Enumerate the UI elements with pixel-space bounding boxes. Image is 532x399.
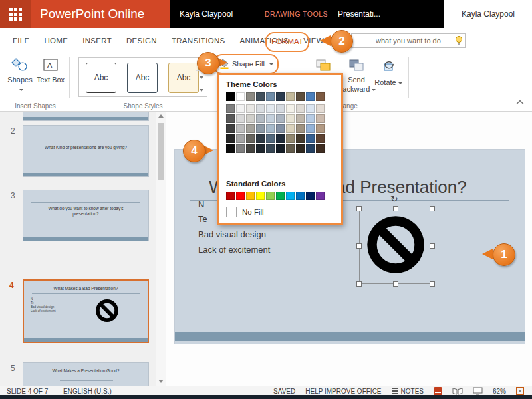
standard-color-swatch[interactable] xyxy=(256,192,265,200)
theme-color-swatch[interactable] xyxy=(246,144,255,153)
collapse-ribbon-chevron-icon[interactable] xyxy=(516,100,524,105)
theme-color-swatch[interactable] xyxy=(316,124,325,133)
theme-color-swatch[interactable] xyxy=(276,104,285,113)
send-backward-button[interactable]: Send Backward xyxy=(338,56,375,93)
theme-color-swatch[interactable] xyxy=(296,134,305,143)
thumbnail-panel-scrollbar[interactable] xyxy=(156,112,166,386)
theme-color-swatch[interactable] xyxy=(296,104,305,113)
theme-color-swatch[interactable] xyxy=(226,124,235,133)
standard-color-swatch[interactable] xyxy=(246,192,255,200)
slide-bullet[interactable]: Lack of excitement xyxy=(198,245,270,255)
theme-color-swatch[interactable] xyxy=(256,92,265,101)
theme-color-swatch[interactable] xyxy=(286,134,295,143)
slideshow-view-icon[interactable] xyxy=(473,387,483,395)
theme-color-swatch[interactable] xyxy=(256,104,265,113)
theme-color-swatch[interactable] xyxy=(256,124,265,133)
resize-handle-w[interactable] xyxy=(356,243,362,249)
standard-color-swatch[interactable] xyxy=(236,192,245,200)
theme-color-swatch[interactable] xyxy=(226,104,235,113)
theme-color-swatch[interactable] xyxy=(236,114,245,123)
scrollbar-thumb[interactable] xyxy=(158,123,164,180)
theme-color-swatch[interactable] xyxy=(226,92,235,101)
theme-color-swatch[interactable] xyxy=(286,104,295,113)
theme-color-swatch[interactable] xyxy=(226,134,235,143)
tab-format[interactable]: FORMAT xyxy=(267,37,308,45)
help-improve-office-link[interactable]: HELP IMPROVE OFFICE xyxy=(305,388,381,395)
theme-color-swatch[interactable] xyxy=(306,124,315,133)
tellme-input[interactable] xyxy=(351,33,466,48)
theme-color-swatch[interactable] xyxy=(276,124,285,133)
theme-color-swatch[interactable] xyxy=(286,114,295,123)
slide-thumbnail-1-partial[interactable] xyxy=(23,112,149,121)
app-launcher-button[interactable] xyxy=(0,0,31,28)
tab-transitions[interactable]: TRANSITIONS xyxy=(164,28,233,53)
resize-handle-s[interactable] xyxy=(393,281,398,287)
theme-color-swatch[interactable] xyxy=(226,144,235,153)
theme-color-swatch[interactable] xyxy=(266,114,275,123)
tab-insert[interactable]: INSERT xyxy=(75,28,119,53)
standard-color-swatch[interactable] xyxy=(226,192,235,200)
resize-handle-n[interactable] xyxy=(393,206,398,211)
document-title[interactable]: Presentati... xyxy=(338,9,380,19)
slide-bullet[interactable]: Bad visual design xyxy=(198,229,266,239)
theme-color-swatch[interactable] xyxy=(316,92,325,101)
theme-color-swatch[interactable] xyxy=(266,144,275,153)
theme-color-swatch[interactable] xyxy=(266,134,275,143)
theme-color-swatch[interactable] xyxy=(226,114,235,123)
theme-color-swatch[interactable] xyxy=(246,104,255,113)
shapes-button[interactable]: Shapes xyxy=(5,57,35,98)
slide-thumbnail-3[interactable]: What do you want to know after today's p… xyxy=(23,190,149,241)
slide-thumbnail-4-selected[interactable]: What Makes a Bad Presentation? N Te Bad … xyxy=(23,279,149,343)
theme-color-swatch[interactable] xyxy=(276,92,285,101)
theme-color-swatch[interactable] xyxy=(296,144,305,153)
theme-color-swatch[interactable] xyxy=(286,144,295,153)
text-box-button[interactable]: A Text Box xyxy=(36,57,65,98)
no-fill-option[interactable]: No Fill xyxy=(226,207,341,217)
theme-color-swatch[interactable] xyxy=(236,124,245,133)
scrollbar-up-button[interactable] xyxy=(156,114,166,118)
rotation-handle[interactable]: ↻ xyxy=(390,194,398,204)
tab-design[interactable]: DESIGN xyxy=(119,28,164,53)
theme-color-swatch[interactable] xyxy=(236,144,245,153)
theme-color-swatch[interactable] xyxy=(296,124,305,133)
slide-bullet[interactable]: Te xyxy=(198,214,207,224)
fit-to-window-icon[interactable] xyxy=(516,387,524,395)
theme-color-swatch[interactable] xyxy=(276,114,285,123)
no-symbol-shape[interactable] xyxy=(364,213,428,277)
theme-color-swatch[interactable] xyxy=(306,104,315,113)
theme-color-swatch[interactable] xyxy=(266,92,275,101)
standard-color-swatch[interactable] xyxy=(296,192,305,200)
theme-color-swatch[interactable] xyxy=(236,134,245,143)
theme-color-swatch[interactable] xyxy=(316,104,325,113)
theme-color-swatch[interactable] xyxy=(296,114,305,123)
theme-color-swatch[interactable] xyxy=(246,124,255,133)
shape-style-preview-3[interactable]: Abc xyxy=(168,63,199,93)
resize-handle-se[interactable] xyxy=(430,281,435,287)
rotate-button[interactable]: Rotate xyxy=(374,56,403,86)
theme-color-swatch[interactable] xyxy=(246,92,255,101)
scrollbar-down-button[interactable] xyxy=(156,380,166,383)
standard-color-swatch[interactable] xyxy=(316,192,325,200)
zoom-level[interactable]: 62% xyxy=(493,388,506,395)
theme-color-swatch[interactable] xyxy=(256,114,265,123)
notes-toggle[interactable]: NOTES xyxy=(392,388,424,395)
theme-color-swatch[interactable] xyxy=(266,124,275,133)
notes-pane-icon[interactable] xyxy=(434,387,442,396)
theme-color-swatch[interactable] xyxy=(276,144,285,153)
theme-color-swatch[interactable] xyxy=(306,134,315,143)
theme-color-swatch[interactable] xyxy=(256,144,265,153)
theme-color-swatch[interactable] xyxy=(246,114,255,123)
theme-color-swatch[interactable] xyxy=(306,114,315,123)
resize-handle-nw[interactable] xyxy=(356,206,362,211)
slide-bullet[interactable]: N xyxy=(198,200,204,209)
standard-color-swatch[interactable] xyxy=(306,192,315,200)
account-user-name[interactable]: Kayla Claypool xyxy=(444,9,532,19)
theme-color-swatch[interactable] xyxy=(276,134,285,143)
slide-thumbnail-2[interactable]: What Kind of presentations are you givin… xyxy=(23,125,149,177)
gallery-more-button[interactable] xyxy=(196,84,207,96)
theme-color-swatch[interactable] xyxy=(316,144,325,153)
theme-color-swatch[interactable] xyxy=(246,134,255,143)
resize-handle-sw[interactable] xyxy=(356,281,362,287)
bring-forward-icon[interactable] xyxy=(315,59,331,72)
shape-style-preview-1[interactable]: Abc xyxy=(86,63,116,93)
